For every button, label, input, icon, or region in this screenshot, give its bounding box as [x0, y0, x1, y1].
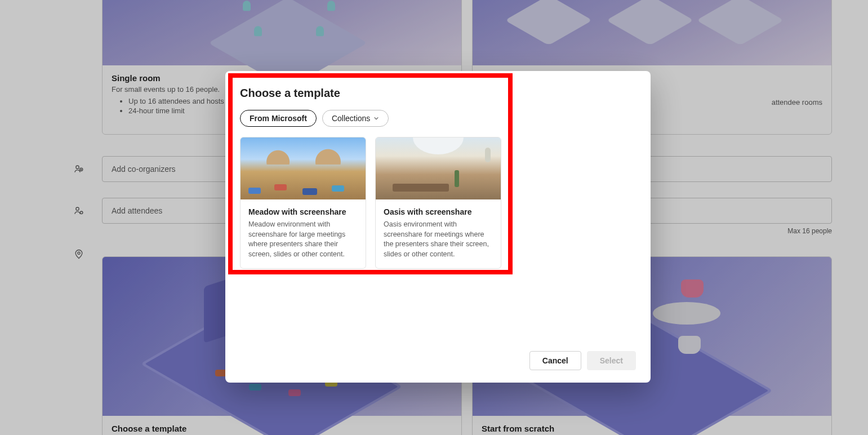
- dialog-title: Choose a template: [240, 87, 636, 100]
- select-button[interactable]: Select: [587, 351, 636, 370]
- cancel-button[interactable]: Cancel: [529, 351, 581, 370]
- tab-from-microsoft-label: From Microsoft: [250, 114, 307, 123]
- template-card-meadow[interactable]: Meadow with screenshare Meadow environme…: [240, 137, 366, 269]
- choose-template-dialog: Choose a template From Microsoft Collect…: [225, 71, 651, 383]
- tab-collections[interactable]: Collections: [322, 110, 389, 127]
- tab-collections-label: Collections: [332, 114, 370, 123]
- template-oasis-title: Oasis with screenshare: [384, 207, 493, 216]
- template-oasis-description: Oasis environment with screenshare for m…: [384, 220, 493, 259]
- template-meadow-title: Meadow with screenshare: [248, 207, 358, 216]
- chevron-down-icon: [373, 116, 379, 121]
- template-card-oasis[interactable]: Oasis with screenshare Oasis environment…: [375, 137, 501, 269]
- template-oasis-image: [376, 137, 501, 199]
- template-meadow-image: [241, 137, 366, 199]
- tab-from-microsoft[interactable]: From Microsoft: [240, 110, 317, 127]
- template-meadow-description: Meadow environment with screenshare for …: [248, 220, 358, 259]
- template-source-tabs: From Microsoft Collections: [240, 110, 636, 127]
- dialog-footer: Cancel Select: [225, 343, 651, 383]
- template-grid: Meadow with screenshare Meadow environme…: [240, 137, 636, 269]
